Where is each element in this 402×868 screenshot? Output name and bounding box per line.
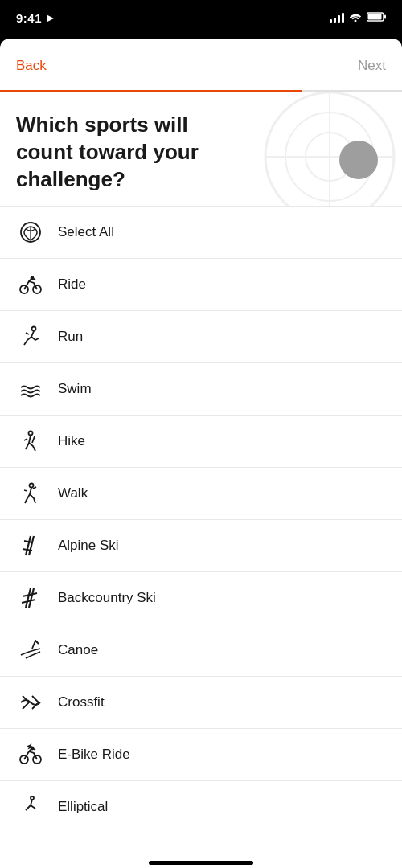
hero-section: Which sports will count toward your chal… — [0, 92, 402, 206]
sport-label-ebike-ride: E-Bike Ride — [58, 747, 130, 763]
sport-item-crossfit[interactable]: Crossfit — [0, 676, 402, 728]
main-card: Back Next Which sports will count toward… — [0, 39, 402, 868]
decorative-bg — [249, 92, 402, 206]
sport-item-swim[interactable]: Swim — [0, 362, 402, 415]
svg-point-13 — [29, 432, 33, 436]
alpine-ski-icon — [16, 531, 45, 560]
sport-label-run: Run — [58, 329, 83, 345]
avatar-indicator — [339, 141, 378, 179]
crossfit-icon — [16, 688, 45, 717]
sport-item-alpine-ski[interactable]: Alpine Ski — [0, 519, 402, 571]
status-bar: 9:41 ▶ — [0, 0, 402, 35]
sport-item-canoe[interactable]: Canoe — [0, 624, 402, 676]
run-icon — [16, 322, 45, 351]
status-time: 9:41 — [16, 11, 42, 25]
sport-label-crossfit: Crossfit — [58, 694, 105, 710]
ebike-icon — [16, 740, 45, 769]
back-button[interactable]: Back — [16, 51, 47, 80]
home-indicator — [0, 854, 402, 868]
walk-icon — [16, 479, 45, 508]
sport-item-select-all[interactable]: Select All — [0, 206, 402, 258]
sport-label-backcountry-ski: Backcountry Ski — [58, 590, 156, 606]
sport-label-walk: Walk — [58, 485, 88, 502]
sport-label-canoe: Canoe — [58, 642, 98, 658]
sport-item-walk[interactable]: Walk — [0, 467, 402, 519]
sport-item-hike[interactable]: Hike — [0, 415, 402, 467]
sport-item-ebike-ride[interactable]: E-Bike Ride — [0, 728, 402, 780]
status-indicators — [330, 12, 386, 24]
backcountry-ski-icon — [16, 583, 45, 612]
signal-icon — [330, 13, 344, 23]
hike-icon — [16, 427, 45, 456]
home-bar — [149, 861, 253, 865]
svg-point-22 — [31, 796, 34, 800]
sport-item-ride[interactable]: Ride — [0, 258, 402, 310]
battery-icon — [367, 12, 386, 24]
swim-icon — [16, 375, 45, 403]
sport-label-elliptical: Elliptical — [58, 799, 108, 815]
svg-rect-1 — [384, 14, 386, 18]
page-title: Which sports will count toward your chal… — [16, 112, 241, 193]
sport-label-swim: Swim — [58, 381, 92, 397]
wifi-icon — [349, 12, 362, 24]
canoe-icon — [16, 636, 45, 665]
elliptical-icon — [16, 792, 45, 821]
sport-label-alpine-ski: Alpine Ski — [58, 538, 119, 554]
location-icon: ▶ — [47, 13, 53, 23]
svg-point-11 — [31, 277, 34, 280]
sport-item-backcountry-ski[interactable]: Backcountry Ski — [0, 571, 402, 624]
sport-list: Select All Ride — [0, 206, 402, 833]
svg-rect-2 — [368, 14, 382, 19]
svg-point-12 — [32, 327, 36, 331]
sport-item-elliptical[interactable]: Elliptical — [0, 780, 402, 833]
nav-bar: Back Next — [0, 39, 402, 80]
sport-label-select-all: Select All — [58, 224, 114, 240]
select-all-icon — [16, 218, 45, 247]
sport-label-hike: Hike — [58, 433, 85, 449]
ride-icon — [16, 270, 45, 299]
svg-point-14 — [30, 484, 34, 488]
sport-label-ride: Ride — [58, 276, 86, 293]
next-button[interactable]: Next — [358, 51, 386, 80]
sport-item-run[interactable]: Run — [0, 310, 402, 362]
